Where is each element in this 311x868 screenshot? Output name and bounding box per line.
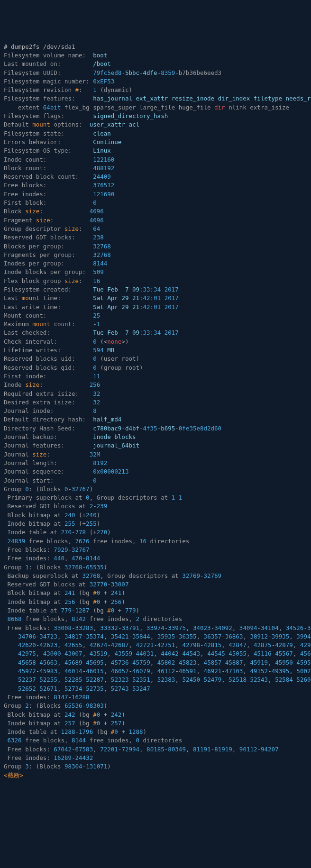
- terminal-output: # dumpe2fs /dev/sda1Filesystem volume na…: [4, 43, 307, 780]
